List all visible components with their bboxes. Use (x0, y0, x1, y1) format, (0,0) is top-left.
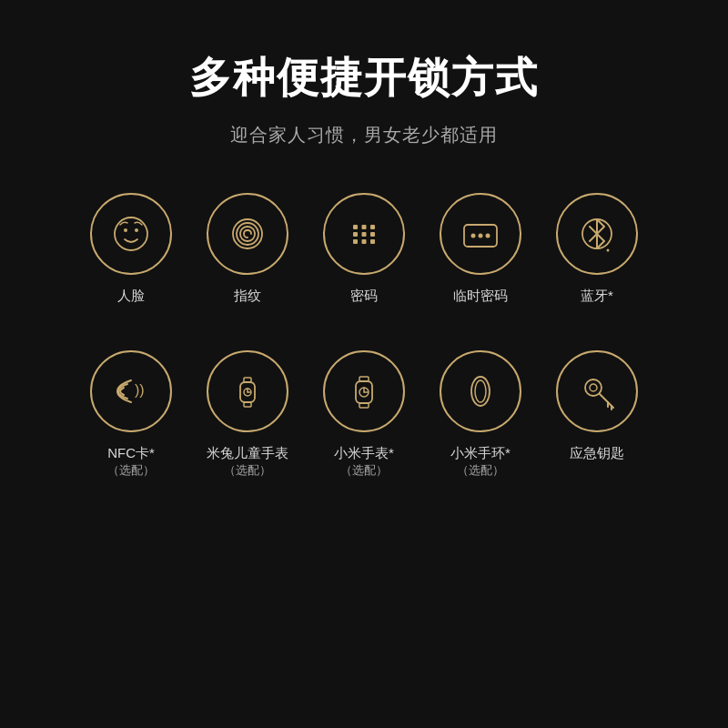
main-title: 多种便捷开锁方式 (189, 50, 539, 106)
mi-band-label: 小米手环* (450, 443, 511, 462)
icon-item-mi-watch: 小米手表* （选配） (314, 350, 414, 479)
svg-rect-21 (244, 402, 251, 407)
svg-rect-6 (353, 232, 358, 237)
face-label: 人脸 (117, 286, 145, 305)
mitu-watch-icon (224, 368, 271, 415)
key-icon-circle (556, 350, 638, 432)
svg-rect-10 (362, 239, 367, 244)
key-label: 应急钥匙 (570, 443, 624, 462)
svg-rect-3 (353, 225, 358, 229)
fingerprint-icon (224, 210, 271, 258)
bluetooth-icon (573, 210, 621, 258)
nfc-sublabel: （选配） (107, 462, 155, 479)
temp-password-label: 临时密码 (453, 286, 508, 305)
bluetooth-label: 蓝牙* (581, 286, 613, 305)
mitu-watch-label: 米兔儿童手表 (207, 443, 288, 462)
svg-rect-26 (359, 377, 369, 381)
svg-rect-4 (362, 225, 367, 229)
icon-item-temp-password: 临时密码 (430, 193, 531, 305)
svg-rect-11 (370, 239, 375, 244)
icon-item-mitu-watch: 米兔儿童手表 （选配） (197, 350, 298, 479)
svg-point-0 (115, 217, 147, 250)
svg-point-15 (486, 234, 490, 238)
mi-band-sublabel: （选配） (457, 462, 504, 479)
face-icon (107, 210, 155, 258)
svg-point-31 (471, 377, 490, 406)
svg-rect-8 (370, 232, 375, 237)
icon-item-key: 应急钥匙 (547, 350, 647, 479)
icon-item-nfc: )) NFC卡* （选配） (81, 350, 181, 479)
mitu-watch-sublabel: （选配） (224, 462, 271, 479)
svg-point-17 (607, 249, 610, 252)
icon-row-1: 人脸 指纹 (81, 193, 647, 305)
icon-item-mi-band: 小米手环* （选配） (430, 350, 531, 479)
password-icon-circle (323, 193, 405, 275)
password-label: 密码 (350, 286, 378, 305)
mi-band-icon (457, 368, 504, 415)
svg-point-2 (135, 228, 138, 232)
svg-point-13 (471, 234, 476, 238)
key-icon (573, 368, 621, 415)
mi-watch-icon (340, 368, 388, 415)
subtitle: 迎合家人习惯，男女老少都适用 (230, 123, 498, 147)
svg-text:)): )) (135, 382, 145, 398)
temp-password-icon-circle (440, 193, 521, 275)
icon-item-face: 人脸 (81, 193, 181, 305)
svg-rect-20 (244, 378, 251, 382)
nfc-icon-circle: )) (90, 350, 172, 432)
bluetooth-icon-circle (556, 193, 638, 275)
svg-point-14 (479, 234, 483, 238)
password-icon (340, 210, 388, 258)
nfc-icon: )) (107, 368, 155, 415)
icon-item-password: 密码 (314, 193, 414, 305)
icon-row-2: )) NFC卡* （选配） 米兔儿童手表 （选配） (81, 350, 647, 479)
temp-password-icon (457, 210, 504, 258)
mi-watch-sublabel: （选配） (340, 462, 388, 479)
fingerprint-label: 指纹 (234, 286, 261, 305)
svg-rect-5 (370, 225, 375, 229)
mitu-watch-icon-circle (207, 350, 288, 432)
svg-rect-9 (353, 239, 358, 244)
svg-point-34 (590, 384, 597, 391)
fingerprint-icon-circle (207, 193, 288, 275)
icon-item-fingerprint: 指纹 (197, 193, 298, 305)
svg-rect-27 (359, 403, 369, 408)
mi-watch-label: 小米手表* (334, 443, 394, 462)
svg-point-1 (124, 228, 127, 232)
nfc-label: NFC卡* (107, 443, 155, 462)
face-icon-circle (90, 193, 172, 275)
icons-section: 人脸 指纹 (0, 193, 728, 497)
mi-watch-icon-circle (323, 350, 405, 432)
icon-item-bluetooth: 蓝牙* (547, 193, 647, 305)
svg-rect-7 (362, 232, 367, 237)
svg-point-32 (475, 380, 486, 402)
mi-band-icon-circle (440, 350, 521, 432)
